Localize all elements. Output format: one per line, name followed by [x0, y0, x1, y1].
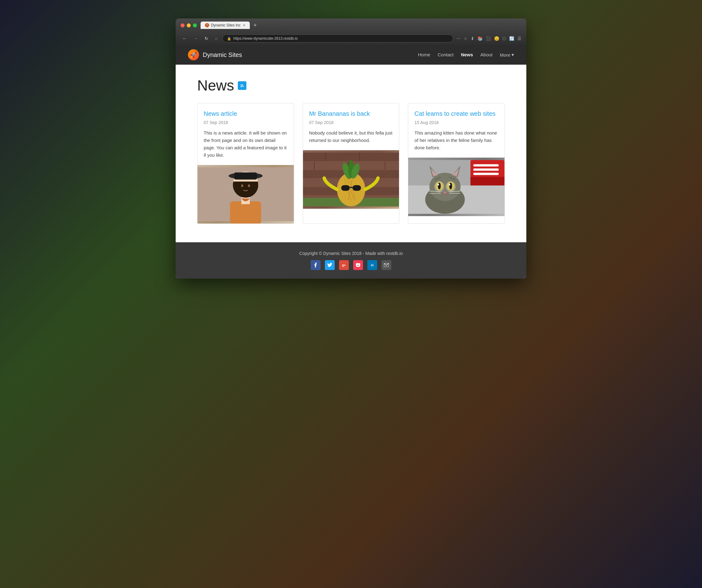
svg-point-11 [248, 184, 250, 187]
url-text: https://www-dynamicsite-2613.restdb.io [233, 36, 298, 40]
article-excerpt-2: Nobody could believe it, but this fella … [309, 129, 393, 144]
library-icon[interactable]: 📚 [477, 36, 483, 41]
article-image-2 [303, 150, 399, 209]
extensions-icon[interactable]: ⋯ [456, 36, 461, 41]
maximize-button[interactable] [193, 23, 197, 27]
nav-home-link[interactable]: Home [418, 52, 430, 57]
article-date-3: 15 Aug 2018 [415, 120, 498, 125]
article-title-1[interactable]: News article [204, 110, 287, 118]
articles-grid: News article 07 Sep 2018 This is a news … [197, 103, 505, 224]
svg-point-55 [438, 184, 439, 186]
svg-rect-13 [303, 153, 399, 161]
nav-more[interactable]: More ▾ [500, 52, 514, 58]
svg-point-53 [438, 183, 441, 189]
nav-more-btn[interactable]: More ▾ [500, 52, 514, 58]
article-card-2-body: Mr Banananas is back 07 Sep 2018 Nobody … [303, 103, 399, 150]
menu-icon[interactable]: ☰ [517, 36, 521, 41]
social-twitter[interactable] [325, 260, 335, 270]
article-card-1-body: News article 07 Sep 2018 This is a news … [198, 103, 294, 165]
svg-point-10 [241, 184, 243, 187]
bookmark-icon[interactable]: ☆ [464, 36, 468, 41]
nav-contact-link[interactable]: Contact [438, 52, 454, 57]
reader-icon[interactable]: ⬛ [486, 36, 491, 41]
tab-title: Dynamic Sites Inc [211, 23, 241, 27]
svg-rect-39 [471, 177, 504, 186]
nav-news-link[interactable]: News [461, 52, 473, 57]
article-title-3[interactable]: Cat learns to create web sites [415, 110, 498, 118]
article-card-2: Mr Banananas is back 07 Sep 2018 Nobody … [303, 103, 399, 224]
window-controls [181, 23, 197, 27]
site-content: 🚀 Dynamic Sites Home Contact News About … [176, 45, 526, 279]
svg-rect-33 [341, 185, 350, 191]
tab-bar: Dynamic Sites Inc ✕ + [201, 21, 521, 29]
download-icon[interactable]: ⬇ [471, 36, 474, 41]
svg-point-56 [449, 184, 451, 186]
svg-rect-35 [349, 187, 352, 188]
page-main: News News article 07 Sep 2018 This is a [188, 65, 514, 242]
chevron-down-icon: ▾ [511, 52, 514, 58]
tab-favicon [205, 23, 209, 27]
svg-point-54 [449, 183, 452, 189]
article-image-3 [408, 158, 504, 216]
nav-contact[interactable]: Contact [438, 52, 454, 58]
rss-badge[interactable] [238, 81, 246, 90]
tab-close-button[interactable]: ✕ [243, 23, 245, 27]
toolbar-icons: ⋯ ☆ ⬇ 📚 ⬛ 😊 ⬡ 🔄 ☰ [456, 36, 521, 41]
article-card-3: Cat learns to create web sites 15 Aug 20… [408, 103, 505, 224]
article-image-1 [198, 165, 294, 223]
social-gplus[interactable]: g+ [339, 260, 349, 270]
title-bar: Dynamic Sites Inc ✕ + [176, 18, 526, 32]
social-email[interactable] [381, 260, 391, 270]
browser-window: Dynamic Sites Inc ✕ + ← → ↻ ⌂ 🔒 https://… [176, 18, 526, 279]
nav-home[interactable]: Home [418, 52, 430, 58]
forward-button[interactable]: → [192, 35, 200, 42]
article-card-3-body: Cat learns to create web sites 15 Aug 20… [408, 103, 504, 158]
site-nav: 🚀 Dynamic Sites Home Contact News About … [176, 45, 526, 65]
social-facebook[interactable] [311, 260, 321, 270]
page-heading: News [197, 77, 505, 94]
minimize-button[interactable] [187, 23, 191, 27]
new-tab-button[interactable]: + [251, 22, 259, 29]
svg-rect-34 [353, 185, 361, 191]
brand-name: Dynamic Sites [203, 52, 242, 59]
nav-news[interactable]: News [461, 52, 473, 58]
lock-icon: 🔒 [227, 37, 231, 40]
social-pocket[interactable] [353, 260, 363, 270]
home-button[interactable]: ⌂ [213, 35, 219, 42]
url-bar[interactable]: 🔒 https://www-dynamicsite-2613.restdb.io [222, 34, 453, 42]
close-button[interactable] [181, 23, 185, 27]
svg-point-44 [430, 173, 461, 201]
footer-social: g+ in [182, 260, 520, 270]
article-card-1: News article 07 Sep 2018 This is a news … [197, 103, 294, 224]
svg-rect-40 [473, 164, 499, 166]
nav-about-link[interactable]: About [480, 52, 492, 57]
svg-point-0 [241, 86, 241, 87]
nav-links: Home Contact News About More ▾ [418, 52, 514, 58]
svg-rect-42 [473, 173, 499, 175]
svg-rect-6 [230, 201, 261, 223]
svg-rect-41 [473, 168, 499, 171]
reload-button[interactable]: ↻ [203, 35, 210, 42]
article-date-1: 07 Sep 2018 [204, 120, 287, 125]
article-title-2[interactable]: Mr Banananas is back [309, 110, 393, 118]
social-linkedin[interactable]: in [367, 260, 377, 270]
svg-rect-5 [234, 172, 257, 180]
article-date-2: 07 Sep 2018 [309, 120, 393, 125]
address-bar: ← → ↻ ⌂ 🔒 https://www-dynamicsite-2613.r… [176, 32, 526, 45]
nav-about[interactable]: About [480, 52, 492, 58]
logo-icon: 🚀 [188, 49, 199, 60]
site-footer: Copyright © Dynamic Sites 2018 - Made wi… [176, 242, 526, 279]
logo-emoji: 🚀 [190, 52, 197, 58]
nav-more-label: More [500, 52, 510, 58]
site-logo[interactable]: 🚀 Dynamic Sites [188, 49, 242, 60]
page-title: News [197, 77, 234, 94]
pocket-icon[interactable]: ⬡ [502, 36, 506, 41]
footer-copyright: Copyright © Dynamic Sites 2018 - Made wi… [182, 251, 520, 256]
back-button[interactable]: ← [181, 35, 189, 42]
emoji-icon[interactable]: 😊 [494, 36, 499, 41]
active-tab[interactable]: Dynamic Sites Inc ✕ [201, 21, 250, 29]
article-excerpt-1: This is a news article. It will be shown… [204, 129, 287, 159]
article-excerpt-3: This amazing kitten has done what none o… [415, 129, 498, 152]
sync-icon[interactable]: 🔄 [509, 36, 514, 41]
